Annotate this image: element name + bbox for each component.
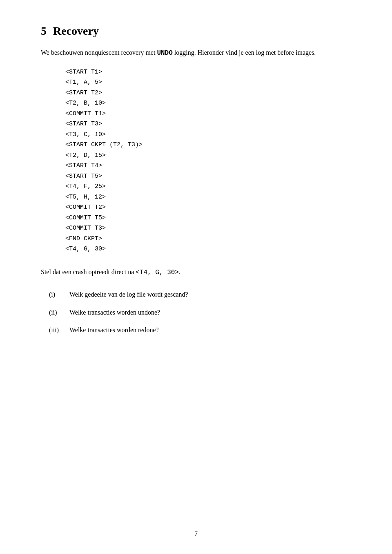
log-block: <START T1><T1, A, 5><START T2><T2, B, 10…	[65, 67, 351, 255]
page-number: 7	[194, 530, 198, 538]
question-item: (iii)Welke transacties worden redone?	[49, 325, 351, 335]
log-line: <START T1>	[65, 67, 351, 78]
section-heading: 5Recovery	[41, 25, 351, 38]
log-line: <START T4>	[65, 161, 351, 171]
question-text: Welke transacties worden redone?	[69, 325, 351, 335]
section-title: Recovery	[53, 25, 99, 37]
question-label: (i)	[49, 289, 69, 300]
log-line: <T5, H, 12>	[65, 192, 351, 203]
scenario-code: <T4, G, 30>	[136, 269, 179, 276]
log-line: <T4, G, 30>	[65, 244, 351, 255]
intro-paragraph: We beschouwen nonquiescent recovery met …	[41, 47, 351, 59]
scenario-paragraph: Stel dat een crash optreedt direct na <T…	[41, 267, 351, 278]
intro-bold: UNDO	[157, 49, 172, 57]
scenario-text-after: .	[179, 268, 180, 275]
scenario-text-before: Stel dat een crash optreedt direct na	[41, 268, 136, 275]
log-line: <COMMIT T1>	[65, 109, 351, 119]
log-line: <START CKPT (T2, T3)>	[65, 140, 351, 150]
log-line: <END CKPT>	[65, 234, 351, 244]
section-number: 5	[41, 25, 47, 37]
question-item: (ii)Welke transacties worden undone?	[49, 307, 351, 318]
log-line: <T1, A, 5>	[65, 77, 351, 88]
log-line: <COMMIT T3>	[65, 223, 351, 234]
question-text: Welke transacties worden undone?	[69, 307, 351, 318]
intro-text-after: logging. Hieronder vind je een log met b…	[173, 49, 316, 56]
log-line: <START T5>	[65, 171, 351, 182]
log-line: <START T2>	[65, 88, 351, 98]
question-text: Welk gedeelte van de log file wordt gesc…	[69, 289, 351, 300]
log-line: <T2, B, 10>	[65, 98, 351, 109]
questions-list: (i)Welk gedeelte van de log file wordt g…	[49, 289, 351, 335]
intro-text-before: We beschouwen nonquiescent recovery met	[41, 49, 157, 56]
log-line: <START T3>	[65, 119, 351, 130]
question-item: (i)Welk gedeelte van de log file wordt g…	[49, 289, 351, 300]
question-label: (ii)	[49, 307, 69, 318]
log-line: <COMMIT T5>	[65, 213, 351, 223]
question-label: (iii)	[49, 325, 69, 335]
page: 5Recovery We beschouwen nonquiescent rec…	[0, 0, 392, 554]
log-line: <T4, F, 25>	[65, 181, 351, 192]
log-line: <COMMIT T2>	[65, 202, 351, 213]
log-line: <T3, C, 10>	[65, 130, 351, 140]
log-line: <T2, D, 15>	[65, 150, 351, 161]
